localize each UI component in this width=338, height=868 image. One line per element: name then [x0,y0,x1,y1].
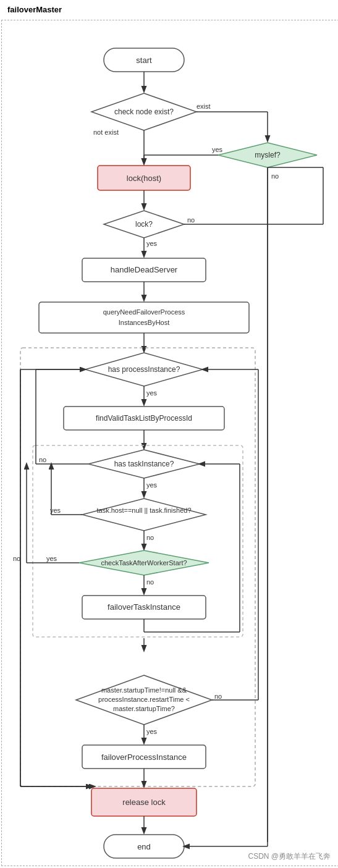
svg-marker-32 [82,499,206,531]
svg-rect-19 [39,302,249,333]
release-lock-label: release lock [122,798,166,807]
start-label: start [136,56,152,65]
task-host-no-label: no [146,534,154,541]
exist-label: exist [196,103,211,110]
lock-host-label: lock(host) [127,174,161,183]
handle-dead-server-label: handleDeadServer [111,265,178,274]
not-exist-label: not exist [93,129,119,136]
check-task-label: checkTaskAfterWorkerStart? [101,559,187,567]
lock-q-label: lock? [135,220,153,229]
master-no-label: no [214,693,222,700]
lock-yes-label: yes [146,240,158,247]
has-process-label: has processInstance? [108,365,180,374]
end-label: end [137,842,151,851]
master-startup-label1: master.startupTime!=null && [101,686,187,694]
query-need-label2: InstancesByHost [119,319,170,326]
master-yes-label: yes [146,728,158,735]
myslef-no-label: no [271,172,279,180]
failover-task-label: failoverTaskInstance [108,602,180,612]
master-startup-label3: master.startupTime? [113,705,175,712]
flowchart: start check node exist? exist not exist … [1,20,338,866]
lock-no-label: no [187,216,195,224]
page-title: failoverMaster [7,5,62,14]
check-task-yes-label: yes [46,555,57,562]
has-process-yes-label: yes [146,389,158,397]
myslef-yes-label: yes [212,146,223,153]
failover-process-label: failoverProcessInstance [101,752,187,762]
has-task-label: has taskInstance? [114,460,174,468]
check-task-no-label: no [146,578,154,586]
find-valid-label: findValidTaskListByProcessId [96,414,192,423]
no-label-left: no [13,555,20,562]
has-task-no-label: no [39,456,46,463]
task-host-label: task.host==null || task.finished? [96,507,191,514]
check-node-label: check node exist? [114,107,174,116]
query-need-label: queryNeedFailoverProcess [103,308,185,316]
has-task-yes-label: yes [146,481,158,489]
myslef-label: myslef? [255,151,281,159]
master-startup-label2: processInstance.restartTime < [98,696,190,703]
